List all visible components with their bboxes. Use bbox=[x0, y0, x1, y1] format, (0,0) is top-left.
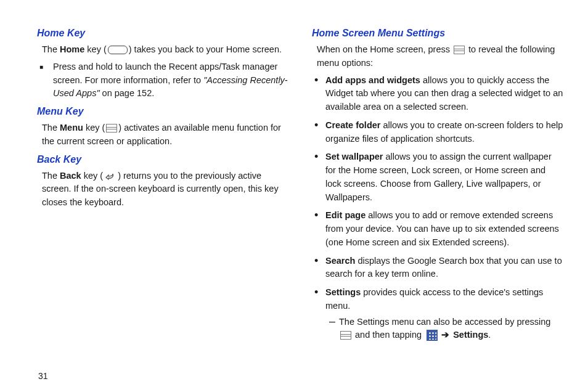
paragraph-back-key: The Back key () returns you to the previ… bbox=[42, 169, 288, 210]
text: on page 152. bbox=[100, 88, 155, 98]
text-bold: Search bbox=[325, 256, 355, 266]
list-item: Set wallpaper allows you to assign the c… bbox=[323, 150, 563, 204]
menu-key-icon bbox=[454, 46, 465, 54]
text: displays the Google Search box that you … bbox=[325, 256, 562, 279]
heading-home-key: Home Key bbox=[37, 26, 288, 41]
text-bold: Edit page bbox=[325, 210, 365, 220]
list-item: Search displays the Google Search box th… bbox=[323, 255, 563, 282]
heading-menu-key: Menu Key bbox=[37, 104, 288, 119]
text: ) takes you back to your Home screen. bbox=[129, 44, 282, 54]
home-key-bullets: Press and hold to launch the Recent apps… bbox=[37, 60, 288, 100]
list-item: Press and hold to launch the Recent apps… bbox=[51, 60, 288, 100]
page-number: 31 bbox=[38, 370, 48, 383]
list-item: Create folder allows you to create on-sc… bbox=[323, 119, 563, 146]
text: key ( bbox=[83, 123, 105, 133]
text-bold: Menu bbox=[60, 123, 83, 133]
arrow-icon: ➔ bbox=[441, 330, 449, 340]
text-bold: Back bbox=[60, 171, 81, 181]
back-key-icon bbox=[104, 172, 116, 181]
text: key ( bbox=[84, 44, 106, 54]
paragraph-intro: When on the Home screen, press to reveal… bbox=[317, 43, 563, 70]
menu-key-icon bbox=[106, 124, 117, 133]
text: key ( bbox=[81, 171, 103, 181]
text-bold: Home bbox=[60, 44, 84, 54]
text: When on the Home screen, press bbox=[317, 44, 452, 54]
home-key-icon bbox=[108, 46, 128, 54]
left-column: Home Key The Home key () takes you back … bbox=[37, 22, 288, 347]
text: The bbox=[42, 44, 60, 54]
heading-home-screen-menu: Home Screen Menu Settings bbox=[312, 26, 563, 41]
list-item: The Settings menu can also be accessed b… bbox=[337, 316, 563, 343]
text: The bbox=[42, 123, 60, 133]
text-bold: Settings bbox=[453, 330, 488, 340]
paragraph-menu-key: The Menu key () activates an available m… bbox=[42, 121, 288, 149]
paragraph-home-key: The Home key () takes you back to your H… bbox=[42, 43, 288, 57]
right-column: Home Screen Menu Settings When on the Ho… bbox=[312, 22, 563, 347]
text-bold: Set wallpaper bbox=[325, 152, 383, 161]
list-item: Edit page allows you to add or remove ex… bbox=[323, 209, 563, 249]
text: . bbox=[488, 330, 491, 340]
menu-options-list: Add apps and widgets allows you to quick… bbox=[312, 74, 563, 343]
list-item: Settings provides quick access to the de… bbox=[323, 286, 563, 342]
heading-back-key: Back Key bbox=[37, 152, 288, 167]
text: The bbox=[42, 171, 60, 181]
settings-sublist: The Settings menu can also be accessed b… bbox=[325, 316, 563, 343]
text-bold: Create folder bbox=[325, 120, 380, 130]
menu-key-icon bbox=[340, 331, 351, 340]
text: The Settings menu can also be accessed b… bbox=[339, 317, 550, 327]
text: and then tapping bbox=[353, 330, 424, 340]
text-bold: Settings bbox=[325, 287, 361, 297]
text-bold: Add apps and widgets bbox=[325, 75, 420, 85]
apps-icon bbox=[427, 330, 438, 341]
list-item: Add apps and widgets allows you to quick… bbox=[323, 74, 563, 114]
